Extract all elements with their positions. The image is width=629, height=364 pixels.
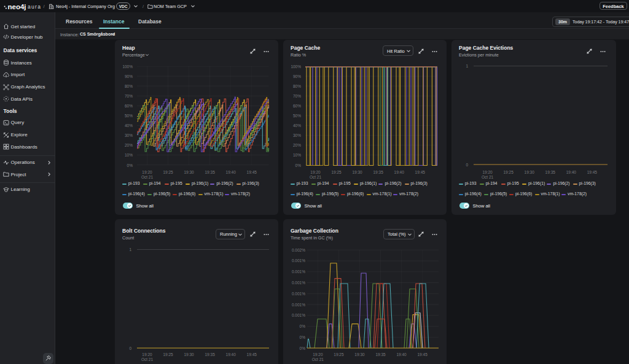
svg-text:neo4j: neo4j bbox=[8, 3, 26, 10]
